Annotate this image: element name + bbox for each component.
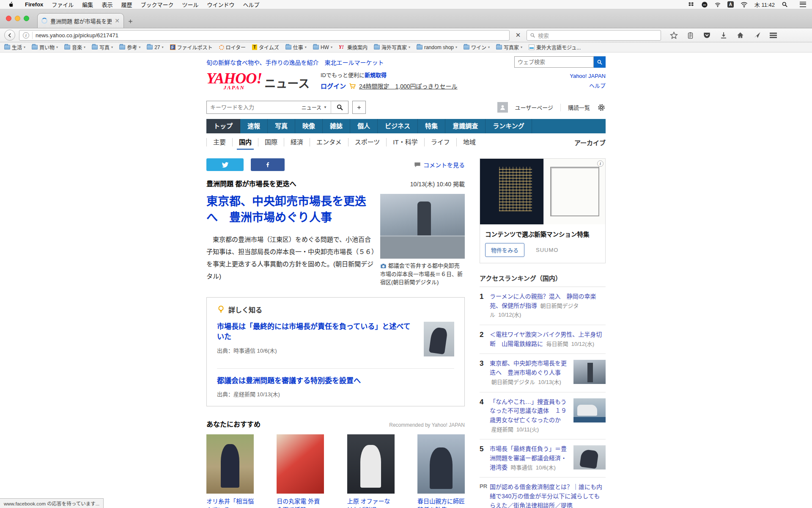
recommend-photo[interactable] [347, 434, 395, 494]
yahoo-news-logo[interactable]: YAHOO! JAPAN ニュース [206, 71, 310, 90]
nav-tab[interactable]: 速報 [240, 119, 268, 133]
recommend-card[interactable]: オリ糸井「相当悩んでいる」 10/13(木) 8:47 [206, 434, 254, 508]
bookmark-item[interactable]: 東外大言語モジュ... [529, 44, 581, 51]
bookmark-item[interactable]: random shop ▾ [417, 44, 457, 50]
bookmark-item[interactable]: 参考 ▾ [119, 44, 140, 51]
ad-title[interactable]: コンテンツで選ぶ新築マンション特集 [485, 229, 600, 238]
recommend-card[interactable]: 春日山親方に師匠辞任を勧告 10/12(水) 19:21 [417, 434, 465, 508]
search-scope-dropdown[interactable]: ニュース▼ [298, 104, 331, 111]
bookmark-item[interactable]: 27 ▾ [147, 44, 163, 50]
ranking-thumbnail[interactable] [573, 398, 606, 422]
news-search-box[interactable]: ニュース▼ [206, 101, 331, 114]
pr-link[interactable]: 国が認める借金救済制度とは？｜誰にも内緒で340万の借金が半分以下に減らしてもら… [490, 483, 602, 508]
subnav-tab[interactable]: ライフ [424, 138, 456, 146]
nav-tab[interactable]: トップ [206, 119, 240, 133]
facebook-share-button[interactable] [251, 158, 285, 171]
new-tab-button[interactable] [124, 14, 137, 28]
ad-info-icon[interactable]: i [597, 160, 604, 167]
menu-window[interactable]: ウインドウ [203, 0, 239, 8]
nav-tab[interactable]: 個人 [350, 119, 378, 133]
signup-link[interactable]: 新規取得 [365, 72, 387, 78]
close-window-button[interactable] [6, 16, 11, 21]
subnav-tab[interactable]: 経済 [284, 138, 310, 146]
ranking-link[interactable]: 「なんやこれ…」捜査員もうなった不可思議な遺体 １９歳男女なぜ亡くなったのか [490, 398, 567, 423]
recommend-photo[interactable] [206, 434, 254, 494]
bookmark-item[interactable]: ファイルポスト [170, 44, 213, 51]
help-link[interactable]: ヘルプ [589, 83, 606, 89]
web-search-input[interactable] [514, 56, 594, 68]
bookmark-item[interactable]: 仕事 ▾ [285, 44, 307, 51]
ranking-thumbnail[interactable] [573, 360, 606, 384]
ad-cta-button[interactable]: 物件をみる [485, 243, 524, 257]
browser-search-field[interactable]: 検索 [527, 30, 661, 41]
site-info-icon[interactable]: i [23, 32, 29, 39]
avatar[interactable] [497, 102, 508, 113]
recommend-card[interactable]: 上原 オファーなければ引退 10/12(水) 7:32 [347, 434, 395, 508]
recommend-title[interactable]: 春日山親方に師匠辞任を勧告 [417, 497, 465, 508]
subnav-tab[interactable]: エンタメ [310, 138, 348, 146]
menubar-clock[interactable]: 木 11:42 [754, 0, 775, 8]
url-bar[interactable]: i news.yahoo.co.jp/pickup/6217471 [19, 30, 510, 41]
nav-tab[interactable]: ランキング [486, 119, 532, 133]
back-button[interactable] [4, 30, 15, 41]
bookmark-item[interactable]: タイムズ [252, 44, 279, 51]
nav-tab[interactable]: 写真 [268, 119, 295, 133]
browser-tab[interactable]: 豊洲問題 都が市場長を更迭... ✕ [37, 13, 124, 28]
menu-edit[interactable]: 編集 [78, 0, 97, 8]
related-link[interactable]: 都議会は豊洲問題を審議する特別委を設置へ [217, 377, 361, 385]
news-search-button[interactable] [331, 101, 348, 114]
sidebar-ad-mansion[interactable]: i コンテンツで選ぶ新築マンション特集 物件をみる SUUMO [480, 158, 606, 263]
pocket-icon[interactable] [703, 31, 711, 39]
subnav-tab[interactable]: 地域 [456, 138, 482, 146]
bluetooth-wifi-small-icon[interactable] [715, 2, 721, 8]
downloads-icon[interactable] [720, 31, 727, 39]
subnav-tab[interactable]: 国際 [258, 138, 284, 146]
bookmark-item[interactable]: 買い物 ▾ [32, 44, 58, 51]
user-page-link[interactable]: ユーザーページ [515, 103, 553, 111]
menu-tools[interactable]: ツール [178, 0, 203, 8]
subnav-tab[interactable]: 国内 [232, 138, 258, 146]
bookmark-item[interactable]: ワイン ▾ [464, 44, 490, 51]
menu-help[interactable]: ヘルプ [239, 0, 263, 8]
bookmark-star-icon[interactable] [670, 31, 678, 39]
bookmark-item[interactable]: ロイター [219, 44, 246, 51]
article-headline[interactable]: 東京都、中央卸売市場長を更迭へ 豊洲市場めぐり人事 [206, 195, 366, 224]
article-photo[interactable] [380, 194, 465, 259]
bookmark-item[interactable]: 生活 ▾ [4, 44, 25, 51]
subnav-tab[interactable]: IT・科学 [386, 138, 424, 146]
menu-file[interactable]: ファイル [47, 0, 78, 8]
spotlight-icon[interactable] [782, 1, 788, 8]
creative-cloud-icon[interactable] [701, 1, 708, 8]
menu-firefox[interactable]: Firefox [21, 1, 47, 8]
menu-bookmarks[interactable]: ブックマーク [136, 0, 178, 8]
subnav-tab[interactable]: スポーツ [348, 138, 387, 146]
nav-tab[interactable]: 映像 [295, 119, 323, 133]
wifi-icon[interactable] [741, 1, 748, 8]
login-link[interactable]: ログイン [321, 81, 346, 91]
archive-link[interactable]: アーカイブ [574, 138, 606, 147]
minimize-window-button[interactable] [15, 16, 20, 21]
stop-loading-button[interactable]: ✕ [513, 30, 523, 40]
twitter-share-button[interactable] [206, 158, 244, 171]
subscriptions-link[interactable]: 購読一覧 [568, 103, 590, 111]
reading-list-icon[interactable] [687, 32, 694, 39]
subnav-tab[interactable]: 主要 [206, 138, 232, 146]
bookmark-item[interactable]: 海外写真家 ▾ [374, 44, 410, 51]
yahoo-japan-link[interactable]: Yahoo! JAPAN [570, 73, 606, 79]
add-condition-button[interactable] [352, 101, 366, 114]
recommend-card[interactable]: 日の丸家電 外資傘下で活路 10/11(火) 10:29 [277, 434, 324, 508]
nav-tab[interactable]: ビジネス [378, 119, 418, 133]
menu-hamburger-icon[interactable] [770, 33, 777, 38]
dropbox-icon[interactable] [688, 1, 694, 8]
nav-tab[interactable]: 意識調査 [445, 119, 486, 133]
ranking-thumbnail[interactable] [573, 445, 606, 469]
bookmark-item[interactable]: 写真 ▾ [92, 44, 113, 51]
related-link[interactable]: 市場長は「最終的には市場長が責任を負っている」と述べていた [217, 323, 410, 341]
recommend-photo[interactable] [417, 434, 465, 494]
recommend-title[interactable]: 日の丸家電 外資傘下で活路 [277, 497, 324, 508]
keyword-input[interactable] [207, 104, 298, 110]
notification-center-icon[interactable] [800, 2, 806, 7]
recommend-photo[interactable] [277, 434, 324, 494]
related-thumbnail[interactable] [424, 322, 454, 356]
home-icon[interactable] [736, 31, 744, 39]
